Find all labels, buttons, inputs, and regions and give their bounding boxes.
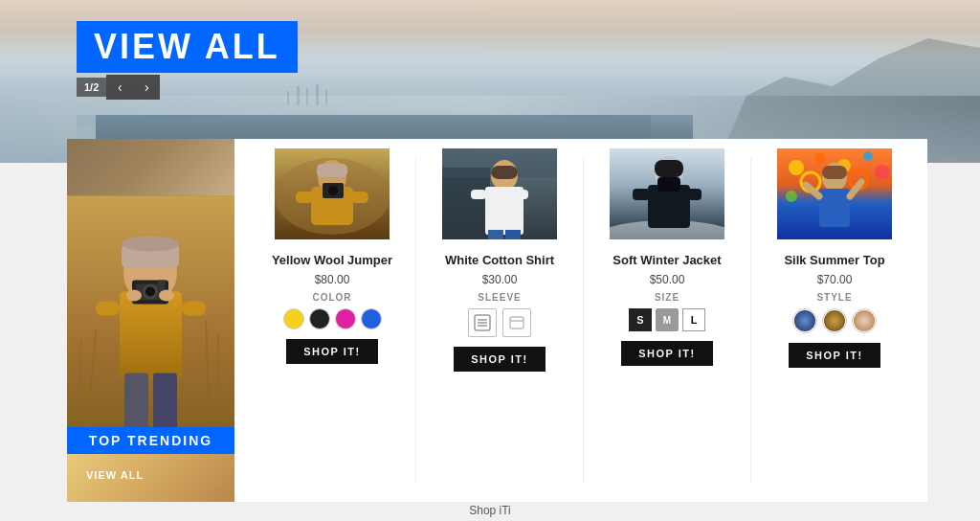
product-name-4: Silk Summer Top (784, 253, 884, 267)
svg-rect-56 (510, 317, 523, 328)
swatch-yellow[interactable] (283, 308, 304, 329)
products-grid: Yellow Wool Jumper $80.00 COLOR SHOP IT! (234, 139, 927, 502)
svg-rect-49 (491, 166, 518, 179)
content-area: TOP TRENDING VIEW ALL (67, 139, 927, 502)
swatch-blue[interactable] (361, 308, 382, 329)
svg-rect-61 (655, 160, 683, 177)
size-m-button[interactable]: M (656, 308, 679, 331)
svg-rect-8 (325, 90, 327, 105)
svg-point-82 (854, 310, 875, 331)
product-image-4 (777, 148, 892, 239)
style-swatches (792, 308, 877, 333)
svg-rect-65 (657, 177, 680, 192)
style-swatch-3[interactable] (852, 308, 877, 333)
sleeve-long-icon[interactable] (468, 308, 497, 337)
svg-point-72 (786, 191, 797, 202)
product-attr-2: SLEEVE (478, 292, 521, 303)
svg-rect-5 (297, 86, 300, 105)
page-title: VIEW ALL (77, 21, 298, 73)
svg-rect-39 (317, 164, 347, 177)
product-image-2 (442, 148, 557, 239)
featured-image: TOP TRENDING VIEW ALL (67, 139, 234, 502)
svg-rect-36 (296, 192, 313, 203)
shop-button-4[interactable]: SHOP IT! (789, 343, 880, 368)
svg-point-26 (145, 287, 155, 297)
product-attr-3: SIZE (655, 292, 679, 303)
svg-rect-47 (471, 190, 486, 199)
next-button[interactable]: › (133, 75, 160, 100)
product-card-1: Yellow Wool Jumper $80.00 COLOR SHOP IT! (249, 148, 415, 364)
size-s-button[interactable]: S (629, 308, 652, 331)
svg-rect-43 (442, 168, 490, 239)
svg-rect-6 (306, 88, 308, 105)
svg-rect-77 (822, 166, 847, 179)
product-price-3: $50.00 (650, 273, 685, 286)
svg-point-28 (126, 290, 142, 302)
product-card-2: White Cotton Shirt $30.00 SLEEVE (416, 148, 583, 372)
svg-point-22 (122, 237, 179, 252)
svg-rect-64 (684, 189, 702, 200)
svg-rect-50 (488, 230, 503, 239)
size-options: S M L (629, 308, 705, 331)
swatch-pink[interactable] (335, 308, 356, 329)
svg-point-67 (789, 160, 804, 175)
svg-point-70 (863, 151, 873, 161)
page-indicator: 1/2 (77, 78, 106, 97)
product-name-3: Soft Winter Jacket (612, 253, 721, 267)
svg-point-41 (328, 186, 338, 195)
svg-point-71 (875, 165, 890, 180)
featured-card: TOP TRENDING VIEW ALL (67, 139, 234, 502)
svg-rect-63 (633, 189, 650, 200)
product-image-1 (275, 148, 390, 239)
svg-rect-17 (96, 302, 120, 316)
product-card-4: Silk Summer Top $70.00 STYLE (751, 148, 918, 368)
shop-button-2[interactable]: SHOP IT! (454, 347, 545, 372)
product-price-2: $30.00 (482, 273, 518, 286)
product-card-3: Soft Winter Jacket $50.00 SIZE S M L SHO… (584, 148, 750, 366)
svg-rect-37 (351, 192, 368, 203)
product-name-1: Yellow Wool Jumper (272, 253, 392, 267)
shop-button-1[interactable]: SHOP IT! (286, 339, 377, 364)
product-image-3 (610, 148, 724, 239)
color-swatches-1 (283, 308, 382, 329)
svg-rect-16 (120, 292, 182, 378)
product-price-4: $70.00 (817, 273, 853, 286)
pagination-controls: 1/2 ‹ › (77, 75, 160, 100)
featured-view-all-link[interactable]: VIEW ALL (86, 469, 144, 481)
featured-label: TOP TRENDING (67, 427, 234, 454)
style-swatch-1[interactable] (792, 308, 817, 333)
svg-rect-74 (819, 189, 850, 227)
sleeve-options (468, 308, 531, 337)
svg-point-81 (824, 310, 845, 331)
svg-rect-4 (287, 91, 289, 105)
svg-point-68 (814, 152, 826, 164)
svg-rect-48 (513, 190, 528, 199)
prev-button[interactable]: ‹ (106, 75, 133, 100)
svg-rect-18 (182, 302, 206, 316)
product-name-2: White Cotton Shirt (445, 253, 554, 267)
svg-rect-51 (505, 230, 521, 239)
style-swatch-2[interactable] (822, 308, 847, 333)
size-l-button[interactable]: L (682, 308, 705, 331)
svg-rect-27 (158, 281, 166, 286)
page-wrapper: VIEW ALL 1/2 ‹ › (0, 0, 980, 521)
footer-shop-link[interactable]: Shop iTi (469, 504, 511, 517)
shop-button-3[interactable]: SHOP IT! (621, 341, 712, 366)
product-attr-4: STYLE (816, 292, 852, 303)
svg-point-29 (159, 290, 174, 302)
product-attr-1: COLOR (312, 292, 351, 303)
product-price-1: $80.00 (315, 273, 350, 286)
svg-point-80 (794, 310, 815, 331)
sleeve-short-icon[interactable] (502, 308, 531, 337)
swatch-black[interactable] (309, 308, 330, 329)
svg-rect-7 (316, 84, 319, 105)
